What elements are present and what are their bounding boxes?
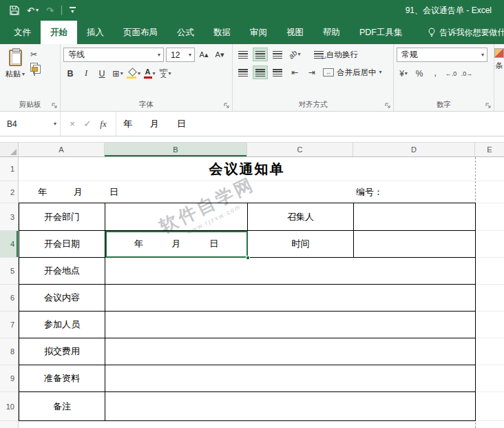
cell-a5-meeting-place[interactable]: 开会地点 — [19, 258, 105, 285]
cell-b5-merged[interactable] — [105, 258, 476, 285]
clipboard-group: 粘贴 ✂ 剪贴板 — [0, 44, 61, 111]
fill-handle[interactable] — [246, 256, 250, 260]
tab-help[interactable]: 帮助 — [313, 21, 350, 44]
row-header-8[interactable]: 8 — [0, 338, 18, 365]
tell-me-box[interactable]: 告诉我你想要做什么 — [428, 21, 504, 44]
tab-view[interactable]: 视图 — [277, 21, 313, 44]
date-line-cell[interactable]: 年 月 日 — [38, 181, 118, 203]
align-center-button[interactable] — [253, 65, 268, 79]
number-dialog-launcher[interactable] — [485, 103, 492, 109]
row-header-9[interactable]: 9 — [0, 365, 18, 392]
italic-button[interactable]: I — [79, 66, 93, 81]
row-header-2[interactable]: 2 — [0, 181, 18, 203]
redo-button[interactable]: ↷ — [46, 6, 54, 15]
font-dialog-launcher[interactable] — [224, 103, 230, 109]
row-header-1[interactable]: 1 — [0, 157, 18, 181]
underline-button[interactable]: U — [95, 66, 109, 81]
decrease-indent-button[interactable]: ⇤ — [287, 65, 302, 79]
fill-color-button[interactable] — [127, 66, 140, 81]
enter-button[interactable]: ✓ — [81, 119, 94, 129]
cell-a8-fees[interactable]: 拟交费用 — [19, 338, 105, 365]
borders-button[interactable]: ⊞ — [111, 66, 125, 81]
orientation-icon: ab — [287, 48, 299, 60]
formula-input[interactable]: 年 月 日 — [116, 112, 504, 136]
number-format-combobox[interactable]: 常规 — [397, 48, 487, 62]
increase-indent-button[interactable]: ⇥ — [304, 65, 319, 79]
align-bottom-button[interactable] — [270, 48, 285, 61]
cell-b4-selected[interactable]: 年 月 日 — [105, 231, 248, 258]
wrap-text-icon — [314, 51, 324, 59]
select-all-corner[interactable] — [0, 143, 19, 156]
cell-b7-merged[interactable] — [105, 312, 476, 338]
align-right-button[interactable] — [270, 65, 285, 79]
conditional-formatting-button[interactable]: 条 — [494, 44, 504, 111]
name-box[interactable]: B4 — [0, 112, 61, 136]
cell-a9-materials[interactable]: 准备资料 — [19, 365, 105, 392]
cell-b4-month: 月 — [172, 238, 181, 250]
cell-b10-merged[interactable] — [105, 392, 476, 421]
cancel-button[interactable]: × — [66, 119, 78, 129]
cell-b9-merged[interactable] — [105, 365, 476, 392]
decrease-decimal-button[interactable]: .0→ — [460, 66, 474, 81]
row-header-6[interactable]: 6 — [0, 285, 18, 312]
col-header-e[interactable]: E — [475, 143, 504, 156]
number-group-label: 数字 — [394, 100, 494, 110]
tab-data[interactable]: 数据 — [204, 21, 240, 44]
cell-a7-participants[interactable]: 参加人员 — [19, 312, 105, 338]
cell-b6-merged[interactable] — [105, 285, 476, 312]
tab-file[interactable]: 文件 — [4, 21, 41, 44]
cell-d3[interactable] — [354, 203, 476, 231]
cell-c3-convener[interactable]: 召集人 — [248, 203, 354, 231]
tab-review[interactable]: 审阅 — [240, 21, 277, 44]
col-header-d[interactable]: D — [353, 143, 475, 156]
orientation-button[interactable]: ab — [287, 48, 302, 61]
tab-insert[interactable]: 插入 — [77, 21, 114, 44]
row-header-3[interactable]: 3 — [0, 203, 18, 231]
comma-style-button[interactable]: ， — [428, 66, 442, 81]
row-header-10[interactable]: 10 — [0, 392, 18, 421]
undo-button[interactable]: ↶▾ — [27, 6, 39, 15]
row-header-4-selected[interactable]: 4 — [0, 231, 18, 258]
paste-button[interactable]: 粘贴 — [6, 48, 25, 79]
cell-a3-meeting-dept[interactable]: 开会部门 — [19, 203, 105, 231]
font-size-combobox[interactable]: 12 — [166, 48, 195, 62]
tab-home[interactable]: 开始 — [41, 21, 77, 44]
accounting-format-button[interactable]: ¥ — [397, 66, 410, 81]
row-header-5[interactable]: 5 — [0, 258, 18, 285]
increase-decimal-button[interactable]: ←.0 — [444, 66, 458, 81]
save-button[interactable] — [10, 6, 19, 15]
cut-button[interactable]: ✂ — [30, 50, 37, 59]
increase-font-button[interactable]: A▴ — [197, 48, 211, 62]
tab-formulas[interactable]: 公式 — [167, 21, 204, 44]
font-name-combobox[interactable]: 等线 — [63, 48, 164, 62]
sheet-title-cell[interactable]: 会议通知单 — [19, 157, 475, 181]
col-header-b-selected[interactable]: B — [105, 143, 247, 156]
align-top-button[interactable] — [235, 48, 251, 61]
clipboard-dialog-launcher[interactable] — [52, 103, 58, 109]
col-header-c[interactable]: C — [247, 143, 353, 156]
number-label-cell[interactable]: 编号： — [356, 181, 383, 203]
row-header-7[interactable]: 7 — [0, 312, 18, 338]
wrap-text-button[interactable]: 自动换行 — [314, 50, 358, 60]
alignment-dialog-launcher[interactable] — [385, 103, 391, 109]
decrease-font-button[interactable]: A▾ — [213, 48, 227, 62]
col-header-a[interactable]: A — [19, 143, 105, 156]
cell-b8-merged[interactable] — [105, 338, 476, 365]
cell-a6-meeting-content[interactable]: 会议内容 — [19, 285, 105, 312]
cell-a4-meeting-date[interactable]: 开会日期 — [19, 231, 105, 258]
align-left-button[interactable] — [235, 65, 251, 79]
cell-d4[interactable] — [354, 231, 476, 258]
cell-c4-time[interactable]: 时间 — [248, 231, 354, 258]
cell-a10-remarks[interactable]: 备注 — [19, 392, 105, 421]
customize-qat-button[interactable]: ▾ — [70, 7, 76, 14]
percent-style-button[interactable]: % — [412, 66, 426, 81]
align-middle-button[interactable] — [253, 48, 268, 61]
cell-b3[interactable] — [105, 203, 248, 231]
font-color-button[interactable]: A — [143, 66, 156, 81]
insert-function-button[interactable]: fx — [96, 119, 110, 130]
merge-center-button[interactable]: 合并后居中 — [323, 68, 382, 78]
bold-button[interactable]: B — [63, 66, 77, 81]
phonetic-guide-button[interactable]: wén 文 — [158, 66, 172, 81]
tab-page-layout[interactable]: 页面布局 — [114, 21, 167, 44]
tab-pdf-tools[interactable]: PDF工具集 — [350, 21, 412, 44]
